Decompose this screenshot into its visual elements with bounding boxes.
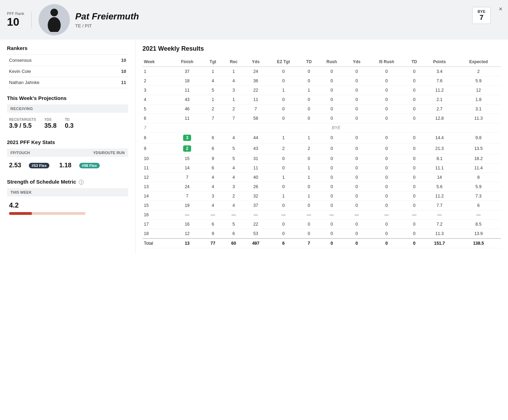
tgt-cell: 4 [203,173,222,182]
td-cell: 0 [300,201,318,210]
rankers-table: Consensus10Kevin Cole10Nathan Jahnke11 [7,54,128,88]
sos-value: 4.2 [7,200,128,212]
results-column-header: I5 Rush [368,57,405,67]
rush-td-cell: 0 [405,201,423,210]
rec-cell: 1 [223,67,245,76]
yds-cell: 11 [245,163,267,173]
week-cell: 18 [142,229,171,239]
results-row: 44311110000002.11.8 [142,95,501,104]
i5rush-cell: 0 [368,182,405,192]
finish-cell: — [171,210,203,220]
points-cell: 2.7 [423,104,456,114]
ranker-rank: 10 [103,66,128,77]
expected-cell: 2 [456,67,501,76]
proj-yds-value: 35.8 [44,122,57,129]
tgt-cell: 7 [203,114,222,123]
finish-cell: 2 [171,143,203,154]
rec-cell: 4 [223,76,245,86]
tgt-cell: 1 [203,67,222,76]
week-cell: 1 [142,67,171,76]
points-cell: 2.1 [423,95,456,104]
total-cell-rec: 60 [223,238,245,248]
results-column-header: Tgt [203,57,222,67]
ranker-name: Nathan Jahnke [7,77,103,88]
bye-cell: BYE [171,123,501,133]
td-cell: 0 [300,95,318,104]
fp-touch-badge: #53 Flex [29,163,49,168]
td-cell: 0 [300,114,318,123]
expected-cell: 12 [456,86,501,95]
td-cell: 0 [300,182,318,192]
td-cell: 1 [300,173,318,182]
rush-yds-cell: 0 [346,182,368,192]
yds-route-value: 1.18 [59,162,71,169]
left-panel: Rankers Consensus10Kevin Cole10Nathan Ja… [0,40,136,254]
key-stats-section: 2021 PFF Key Stats FP/TOUCH YDS/ROUTE RU… [7,139,128,170]
expected-cell: 7.3 [456,192,501,201]
rec-cell: 7 [223,114,245,123]
total-cell-rush: 0 [318,238,345,248]
expected-cell: 5.9 [456,76,501,86]
rush-yds-cell: 0 [346,95,368,104]
rush-cell: 0 [318,86,345,95]
results-column-header: Yds [346,57,368,67]
ez-tgt-cell: 0 [267,201,300,210]
rec-cell: — [223,210,245,220]
rush-cell: — [318,210,345,220]
finish-cell: 11 [171,114,203,123]
results-row: 13711240000003.42 [142,67,501,76]
td-cell: 1 [300,192,318,201]
ez-tgt-cell: 0 [267,182,300,192]
expected-cell: 9.8 [456,133,501,143]
rec-cell: 5 [223,220,245,229]
week-cell: 4 [142,95,171,104]
rush-yds-cell: 0 [346,173,368,182]
bye-label: BYE [477,9,485,14]
rush-cell: 0 [318,76,345,86]
expected-cell: 13.5 [456,143,501,154]
expected-cell: 1.8 [456,95,501,104]
pff-rank-label: PFF Rank [7,11,24,16]
rush-td-cell: 0 [405,86,423,95]
yds-cell: 40 [245,173,267,182]
rec-cell: 1 [223,95,245,104]
i5rush-cell: — [368,210,405,220]
finish-cell: 15 [171,154,203,163]
sos-section: Strength of Schedule Metric i THIS WEEK … [7,179,128,215]
i5rush-cell: 0 [368,143,405,154]
finish-cell: 7 [171,173,203,182]
i5rush-cell: 0 [368,192,405,201]
bye-value: 7 [477,14,485,22]
main-content: Rankers Consensus10Kevin Cole10Nathan Ja… [0,40,508,254]
sos-info-icon[interactable]: i [79,180,84,185]
rush-yds-cell: 0 [346,154,368,163]
rush-cell: 0 [318,220,345,229]
i5rush-cell: 0 [368,173,405,182]
expected-cell: 13.9 [456,229,501,239]
yds-cell: 26 [245,182,267,192]
results-column-header: Yds [245,57,267,67]
right-panel: 2021 Weekly Results WeekFinishTgtRecYdsE… [136,40,508,254]
i5rush-cell: 0 [368,220,405,229]
week-cell: 8 [142,133,171,143]
ranker-rank: 11 [103,77,128,88]
points-cell: 7.7 [423,201,456,210]
recs-targets-block: RECS/TARGETS 3.9 / 5.5 [9,118,36,129]
yds-cell: 22 [245,86,267,95]
td-cell: 0 [300,220,318,229]
td-cell: 2 [300,143,318,154]
proj-td-block: TD 0.3 [65,118,74,129]
total-cell-ez_tgt: 6 [267,238,300,248]
close-button[interactable]: × [499,6,502,13]
rush-yds-cell: 0 [346,192,368,201]
td-cell: 0 [300,229,318,239]
ez-tgt-cell: 1 [267,192,300,201]
rush-td-cell: 0 [405,76,423,86]
i5rush-cell: 0 [368,133,405,143]
total-cell-expected: 138.5 [456,238,501,248]
rec-cell: 3 [223,86,245,95]
yds-route-badge: #98 Flex [79,163,100,168]
tgt-cell: 1 [203,95,222,104]
yds-cell: 11 [245,95,267,104]
td-cell: 0 [300,76,318,86]
